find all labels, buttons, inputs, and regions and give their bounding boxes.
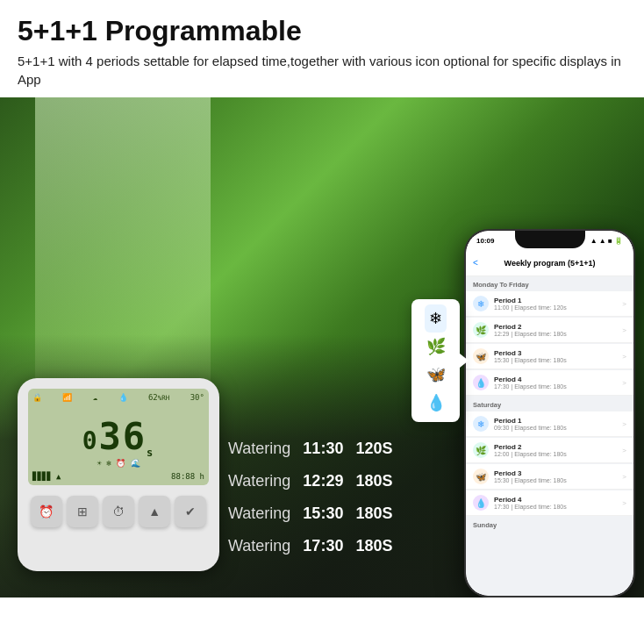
schedule-label-2: Watering (228, 472, 290, 490)
btn-timer[interactable]: ⏱ (103, 496, 134, 527)
period-sat-text-4: Period 4 17:30 | Elapsed time: 180s (494, 496, 622, 510)
period-weekday-2[interactable]: 🌿 Period 2 12:29 | Elapsed time: 180s > (466, 318, 633, 343)
schedule-info: Watering 11:30 120S Watering 12:29 180S … (228, 433, 381, 562)
section-label-sunday: Sunday (466, 517, 633, 531)
schedule-duration-1: 120S (355, 440, 392, 458)
page-title: 5+1+1 Programmable (18, 16, 626, 47)
period-sat-icon-4: 💧 (473, 495, 489, 511)
period-text-2: Period 2 12:29 | Elapsed time: 180s (494, 323, 622, 337)
period-name-3: Period 3 (494, 349, 622, 357)
period-text-4: Period 4 17:30 | Elapsed time: 180s (494, 376, 622, 390)
screen-icons-top: 🔒 📶 ☁ 💧 62%RH 30° (32, 393, 204, 402)
period-sat-2[interactable]: 🌿 Period 2 12:00 | Elapsed time: 180s > (466, 438, 633, 463)
section-label-weekdays: Monday To Friday (466, 276, 633, 290)
phone-notch (515, 231, 585, 248)
chevron-sat-1: > (622, 420, 626, 428)
phone-mockup: 10:09 ▲ ▲ ■ 🔋 < Weekly program (5+1+1) M… (464, 229, 635, 597)
period-detail-1: 11:00 | Elapsed time: 120s (494, 304, 622, 311)
device-screen: 🔒 📶 ☁ 💧 62%RH 30° 036s ☀ ❄ ⏰ 🌊 ▊▊▊▊ ▲ 88… (28, 389, 209, 485)
period-sat-detail-2: 12:00 | Elapsed time: 180s (494, 451, 622, 457)
period-text-1: Period 1 11:00 | Elapsed time: 120s (494, 297, 622, 311)
icon-popup: ❄ 🌿 🦋 💧 (411, 299, 460, 422)
period-sat-detail-4: 17:30 | Elapsed time: 180s (494, 504, 622, 510)
period-detail-4: 17:30 | Elapsed time: 180s (494, 383, 622, 390)
chevron-icon-3: > (622, 353, 626, 361)
period-icon-2: 🌿 (473, 322, 489, 338)
schedule-time-3: 15:30 (303, 504, 343, 523)
popup-icon-snow[interactable]: ❄ (425, 304, 447, 333)
main-area: 🔒 📶 ☁ 💧 62%RH 30° 036s ☀ ❄ ⏰ 🌊 ▊▊▊▊ ▲ 88… (0, 97, 644, 597)
device-buttons-row: ⏰ ⊞ ⏱ ▲ ✔ (28, 496, 209, 527)
period-detail-2: 12:29 | Elapsed time: 180s (494, 331, 622, 337)
temp-value: 30° (190, 393, 204, 402)
period-name-4: Period 4 (494, 376, 622, 383)
chevron-icon-1: > (622, 300, 626, 308)
schedule-row-3: Watering 15:30 180S (228, 497, 381, 530)
period-icon-1: ❄ (473, 296, 489, 311)
screen-bottom-bar: ▊▊▊▊ ▲ 88:88 h (32, 472, 204, 481)
wifi-icon: 📶 (62, 393, 72, 402)
timer-display: 88:88 h (171, 472, 204, 481)
period-weekday-3[interactable]: 🦋 Period 3 15:30 | Elapsed time: 180s > (466, 344, 633, 369)
popup-icon-bug[interactable]: 🦋 (422, 361, 450, 389)
phone-screen-title: Weekly program (5+1+1) (504, 259, 596, 268)
schedule-duration-3: 180S (355, 504, 392, 523)
period-sat-name-2: Period 2 (494, 443, 622, 451)
schedule-row-1: Watering 11:30 120S (228, 433, 381, 465)
period-weekday-4[interactable]: 💧 Period 4 17:30 | Elapsed time: 180s > (466, 370, 633, 396)
period-icon-3: 🦋 (473, 348, 489, 364)
period-name-1: Period 1 (494, 297, 622, 304)
battery-icon: ▊▊▊▊ ▲ (32, 472, 61, 481)
section-label-saturday: Saturday (466, 397, 633, 411)
header: 5+1+1 Programmable 5+1+1 with 4 periods … (0, 0, 644, 97)
screen-time-display: 036s (82, 415, 155, 459)
phone-signal: ▲ ▲ ■ 🔋 (590, 237, 623, 245)
period-text-3: Period 3 15:30 | Elapsed time: 180s (494, 349, 622, 363)
period-sat-1[interactable]: ❄ Period 1 09:30 | Elapsed time: 180s > (466, 411, 633, 437)
period-icon-4: 💧 (473, 375, 489, 390)
phone-content: Monday To Friday ❄ Period 1 11:00 | Elap… (466, 276, 633, 596)
btn-clock[interactable]: ⏰ (31, 496, 62, 527)
period-sat-4[interactable]: 💧 Period 4 17:30 | Elapsed time: 180s > (466, 490, 633, 516)
period-sat-icon-1: ❄ (473, 416, 489, 432)
phone-app-header: < Weekly program (5+1+1) (466, 250, 633, 276)
schedule-label-4: Watering (228, 537, 290, 555)
chevron-icon-2: > (622, 326, 626, 334)
screen-sub-info: ☀ ❄ ⏰ 🌊 (97, 459, 140, 468)
period-weekday-1[interactable]: ❄ Period 1 11:00 | Elapsed time: 120s > (466, 291, 633, 317)
cloud-icon: ☁ (93, 393, 97, 402)
phone-time: 10:09 (476, 237, 494, 245)
schedule-label-1: Watering (228, 440, 290, 458)
schedule-time-2: 12:29 (303, 472, 343, 490)
screen-icons-row: ☀ ❄ ⏰ 🌊 (97, 459, 140, 468)
period-sat-text-2: Period 2 12:00 | Elapsed time: 180s (494, 443, 622, 457)
period-sat-3[interactable]: 🦋 Period 3 15:30 | Elapsed time: 180s > (466, 464, 633, 490)
popup-icon-water[interactable]: 💧 (422, 389, 450, 417)
period-detail-3: 15:30 | Elapsed time: 180s (494, 357, 622, 363)
period-sat-text-3: Period 3 15:30 | Elapsed time: 180s (494, 469, 622, 483)
page-subtitle: 5+1+1 with 4 periods settable for elapse… (18, 52, 626, 89)
popup-arrow (460, 354, 469, 368)
phone-screen: 10:09 ▲ ▲ ■ 🔋 < Weekly program (5+1+1) M… (466, 231, 633, 596)
lock-icon: 🔒 (32, 393, 42, 402)
schedule-time-1: 11:30 (303, 440, 343, 458)
period-sat-name-1: Period 1 (494, 417, 622, 425)
chevron-sat-2: > (622, 447, 626, 454)
chevron-sat-3: > (622, 473, 626, 481)
btn-confirm[interactable]: ✔ (175, 496, 206, 527)
btn-up[interactable]: ▲ (139, 496, 170, 527)
schedule-duration-4: 180S (355, 537, 392, 555)
schedule-time-4: 17:30 (303, 537, 343, 555)
period-sat-detail-3: 15:30 | Elapsed time: 180s (494, 477, 622, 483)
schedule-duration-2: 180S (355, 472, 392, 490)
popup-icon-leaf[interactable]: 🌿 (422, 333, 450, 361)
schedule-label-3: Watering (228, 504, 290, 523)
schedule-row-4: Watering 17:30 180S (228, 530, 381, 562)
period-sat-name-3: Period 3 (494, 469, 622, 477)
schedule-row-2: Watering 12:29 180S (228, 465, 381, 497)
period-name-2: Period 2 (494, 323, 622, 331)
back-button[interactable]: < (473, 258, 478, 268)
period-sat-text-1: Period 1 09:30 | Elapsed time: 180s (494, 417, 622, 431)
chevron-sat-4: > (622, 499, 626, 507)
btn-menu[interactable]: ⊞ (67, 496, 98, 527)
